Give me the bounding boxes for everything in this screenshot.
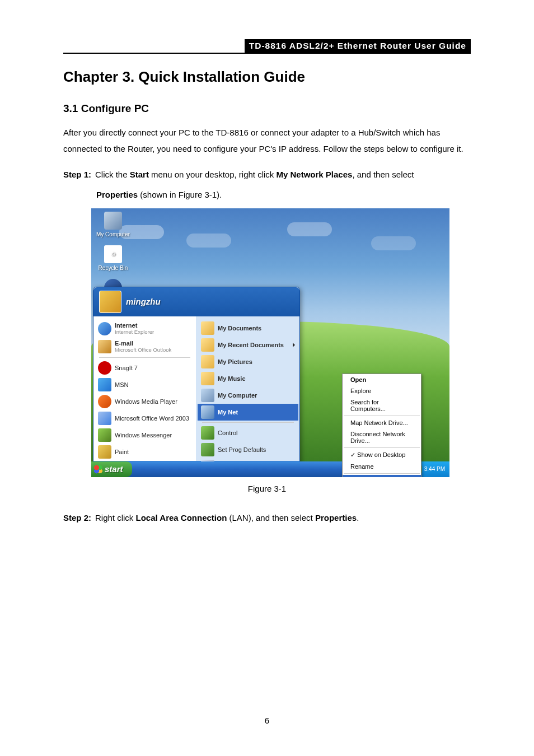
computer-icon bbox=[104, 212, 122, 230]
ctx-properties[interactable]: Properties bbox=[343, 475, 421, 477]
msn-icon bbox=[98, 378, 111, 391]
step-1-text: Click the bbox=[95, 170, 130, 179]
start-menu-right: My Documents My Recent Documents My Pict… bbox=[196, 316, 299, 461]
step-1-bold-places: My Network Places bbox=[277, 170, 353, 179]
control-panel-icon bbox=[201, 426, 214, 440]
folder-icon bbox=[201, 338, 214, 352]
start-item-recent[interactable]: My Recent Documents bbox=[198, 337, 298, 353]
folder-icon bbox=[201, 321, 214, 335]
network-context-menu: Open Explore Search for Computers... Map… bbox=[342, 374, 421, 477]
start-item-snagit[interactable]: SnagIt 7 bbox=[95, 360, 195, 376]
start-item-mydocs[interactable]: My Documents bbox=[198, 320, 298, 337]
wmp-icon bbox=[98, 395, 111, 408]
ctx-rename[interactable]: Rename bbox=[343, 461, 421, 472]
step-2-bold-properties: Properties bbox=[315, 513, 357, 522]
step-2-text: (LAN), and then select bbox=[227, 513, 315, 522]
start-button[interactable]: start bbox=[91, 461, 132, 477]
start-item-word[interactable]: Microsoft Office Word 2003 bbox=[95, 410, 195, 427]
header-bar: TD-8816 ADSL2/2+ Ethernet Router User Gu… bbox=[63, 39, 471, 54]
step-1-text: (shown in Figure 3-1). bbox=[138, 190, 222, 199]
ie-icon bbox=[98, 322, 111, 335]
start-item-setprog[interactable]: Set Prog Defaults bbox=[198, 441, 298, 458]
figure-3-1: My Computer ♻ Recycle Bin My Network Pla… bbox=[91, 208, 449, 477]
start-item-computer[interactable]: My Computer bbox=[198, 387, 298, 404]
start-item-email[interactable]: E-mailMicrosoft Office Outlook bbox=[95, 338, 195, 356]
start-menu-username: mingzhu bbox=[126, 297, 161, 306]
step-1-text: , and then select bbox=[352, 170, 414, 179]
step-1: Step 1: Click the Start menu on your des… bbox=[63, 167, 471, 183]
mail-icon bbox=[98, 340, 111, 353]
taskbar-clock[interactable]: 3:44 PM bbox=[424, 466, 445, 472]
step-2-text: . bbox=[357, 513, 359, 522]
computer-icon bbox=[201, 389, 214, 402]
folder-icon bbox=[201, 355, 214, 368]
ctx-mapdrive[interactable]: Map Network Drive... bbox=[343, 417, 421, 428]
start-item-paint[interactable]: Paint bbox=[95, 444, 195, 460]
messenger-icon bbox=[98, 428, 111, 442]
step-1-cont: Properties (shown in Figure 3-1). bbox=[96, 187, 471, 203]
start-item-control[interactable]: Control bbox=[198, 424, 298, 441]
ctx-searchcomp[interactable]: Search for Computers... bbox=[343, 396, 421, 414]
header-title: TD-8816 ADSL2/2+ Ethernet Router User Gu… bbox=[245, 39, 471, 53]
start-item-messenger[interactable]: Windows Messenger bbox=[95, 427, 195, 444]
start-menu: mingzhu InternetInternet Explorer E-mail… bbox=[93, 287, 300, 477]
paint-icon bbox=[98, 445, 111, 459]
step-1-bold-start: Start bbox=[130, 170, 149, 179]
recycle-icon: ♻ bbox=[104, 245, 122, 263]
step-2-bold-lan: Local Area Connection bbox=[136, 513, 227, 522]
body-paragraph: After you directly connect your PC to th… bbox=[63, 125, 471, 157]
start-menu-header: mingzhu bbox=[93, 287, 299, 316]
step-1-bold-properties: Properties bbox=[96, 190, 138, 199]
step-1-label: Step 1: bbox=[63, 167, 91, 183]
start-item-wmp[interactable]: Windows Media Player bbox=[95, 393, 195, 410]
start-item-internet[interactable]: InternetInternet Explorer bbox=[95, 320, 195, 338]
start-item-music[interactable]: My Music bbox=[198, 370, 298, 387]
chevron-right-icon bbox=[293, 343, 295, 347]
step-2: Step 2: Right click Local Area Connectio… bbox=[63, 510, 471, 526]
xp-desktop: My Computer ♻ Recycle Bin My Network Pla… bbox=[91, 208, 449, 477]
page-number: 6 bbox=[0, 716, 534, 725]
figure-3-1-caption: Figure 3-1 bbox=[63, 484, 471, 493]
desktop-icon-recyclebin[interactable]: ♻ Recycle Bin bbox=[96, 245, 130, 271]
section-heading: 3.1 Configure PC bbox=[63, 102, 471, 115]
network-places-icon bbox=[201, 405, 214, 419]
start-item-network[interactable]: My Net bbox=[198, 404, 298, 421]
step-2-text: Right click bbox=[95, 513, 136, 522]
chapter-heading: Chapter 3. Quick Installation Guide bbox=[63, 68, 471, 86]
ctx-open[interactable]: Open bbox=[343, 374, 421, 385]
start-item-msn[interactable]: MSN bbox=[95, 376, 195, 393]
word-icon bbox=[98, 412, 111, 425]
ctx-explore[interactable]: Explore bbox=[343, 385, 421, 396]
snagit-icon bbox=[98, 361, 111, 375]
set-programs-icon bbox=[201, 443, 214, 456]
start-item-pics[interactable]: My Pictures bbox=[198, 353, 298, 370]
step-1-text: menu on your desktop, right click bbox=[149, 170, 277, 179]
ctx-disconnect[interactable]: Disconnect Network Drive... bbox=[343, 428, 421, 446]
start-menu-left: InternetInternet Explorer E-mailMicrosof… bbox=[93, 316, 196, 461]
desktop-icon-mycomputer[interactable]: My Computer bbox=[96, 212, 130, 237]
step-2-label: Step 2: bbox=[63, 510, 91, 526]
ctx-showdesktop[interactable]: Show on Desktop bbox=[343, 449, 421, 461]
user-avatar bbox=[99, 291, 121, 313]
folder-icon bbox=[201, 372, 214, 385]
